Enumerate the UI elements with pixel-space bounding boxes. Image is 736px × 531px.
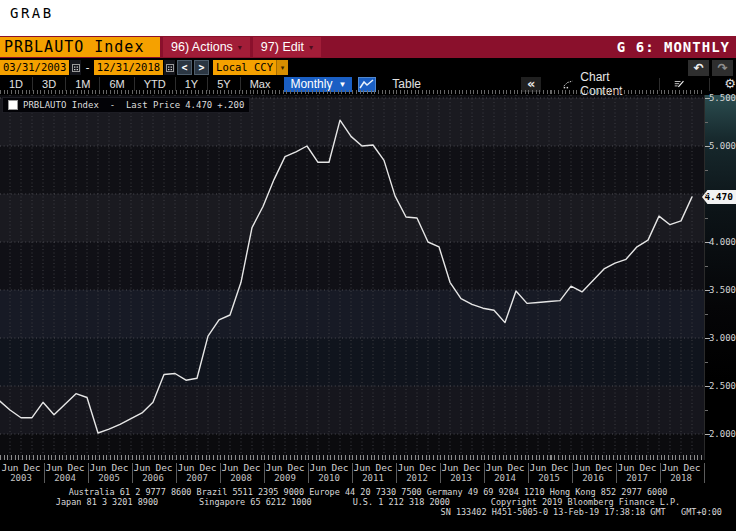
x-axis-year-label: 2004: [54, 473, 76, 483]
end-date-calendar-button[interactable]: [164, 60, 175, 75]
x-axis-year-separator: [660, 463, 661, 483]
chevron-down-icon: ▾: [238, 43, 242, 52]
frequency-value: Monthly: [290, 77, 332, 91]
annotate-note-icon[interactable]: [674, 78, 684, 90]
x-axis-month-label: Jun: [617, 462, 634, 473]
x-axis-year-separator: [352, 463, 353, 483]
calendar-icon: [72, 63, 80, 72]
undo-button[interactable]: ↶: [688, 60, 709, 76]
y-axis-label: 3.500: [709, 285, 736, 295]
legend-change: +.200: [217, 100, 244, 110]
x-axis-year-label: 2008: [230, 473, 252, 483]
x-axis-month-label: Jun: [661, 462, 678, 473]
chart-area: PRBLAUTO Index - Last Price 4.470 +.200 …: [0, 95, 736, 460]
range-back-button[interactable]: <: [177, 60, 192, 75]
range-forward-button[interactable]: >: [194, 60, 209, 75]
x-axis-year-label: 2012: [406, 473, 428, 483]
legend-last-price: 4.470: [185, 100, 212, 110]
x-axis-year-label: 2018: [670, 473, 692, 483]
end-date-input[interactable]: 12/31/2018: [94, 60, 163, 75]
x-axis-year-separator: [264, 463, 265, 483]
currency-select[interactable]: Local CCY: [213, 60, 276, 75]
function-page-title: G 6: MONTHLY: [617, 39, 730, 55]
period-tabs: 1D3D1M6MYTD1Y5YMax: [0, 77, 279, 91]
x-axis-month-label: Jun: [353, 462, 370, 473]
x-axis-year-separator: [176, 463, 177, 483]
x-axis-month-label: Jun: [309, 462, 326, 473]
x-axis-month-label: Jun: [485, 462, 502, 473]
x-axis-month-label: Dec: [683, 462, 700, 473]
y-axis-minor-tick: [705, 266, 708, 267]
x-axis-month-label: Dec: [23, 462, 40, 473]
x-axis-month-label: Jun: [221, 462, 238, 473]
x-axis-year-separator: [132, 463, 133, 483]
y-axis-minor-tick: [705, 218, 708, 219]
actions-label: 96) Actions: [171, 40, 233, 54]
chart-legend[interactable]: PRBLAUTO Index - Last Price 4.470 +.200: [2, 97, 250, 113]
security-ticker-input[interactable]: PRBLAUTO Index: [0, 37, 160, 57]
start-date-input[interactable]: 03/31/2003: [0, 60, 69, 75]
chart-content-icon[interactable]: [563, 78, 574, 90]
x-axis-year-separator: [88, 463, 89, 483]
title-bar: PRBLAUTO Index 96) Actions ▾ 97) Edit ▾ …: [0, 36, 736, 58]
y-axis-minor-tick: [705, 410, 708, 411]
period-tab-1y[interactable]: 1Y: [175, 77, 207, 91]
x-axis-month-label: Jun: [133, 462, 150, 473]
footer-copyright-line: Japan 81 3 3201 8900 Singapore 65 6212 1…: [0, 497, 736, 507]
x-axis-month-label: Dec: [67, 462, 84, 473]
x-axis-year-label: 2017: [626, 473, 648, 483]
period-tab-ytd[interactable]: YTD: [134, 77, 175, 91]
x-axis-month-label: Jun: [573, 462, 590, 473]
y-axis-label: 2.000: [709, 429, 736, 439]
y-axis: 4.470 5.5005.0004.0003.5003.0002.5002.00…: [704, 95, 736, 460]
currency-dropdown-button[interactable]: ▾: [276, 60, 288, 75]
period-tab-6m[interactable]: 6M: [99, 77, 133, 91]
y-axis-label: 4.000: [709, 237, 736, 247]
x-axis-month-label: Dec: [331, 462, 348, 473]
x-axis-month-label: Dec: [111, 462, 128, 473]
period-tab-3d[interactable]: 3D: [32, 77, 65, 91]
x-axis-month-label: Dec: [243, 462, 260, 473]
x-axis-month-label: Dec: [639, 462, 656, 473]
footer-contact-line: Australia 61 2 9777 8600 Brazil 5511 239…: [0, 487, 736, 497]
x-axis-year-label: 2014: [494, 473, 516, 483]
series-swatch: [8, 100, 18, 110]
x-axis-year-separator: [308, 463, 309, 483]
redo-button[interactable]: ↷: [712, 60, 733, 76]
x-axis-month-label: Jun: [397, 462, 414, 473]
x-axis-month-label: Jun: [441, 462, 458, 473]
redo-icon: ↷: [717, 61, 727, 75]
x-axis-month-label: Jun: [177, 462, 194, 473]
y-axis-label: 2.500: [709, 381, 736, 391]
period-tab-5y[interactable]: 5Y: [207, 77, 239, 91]
period-tab-max[interactable]: Max: [240, 77, 280, 91]
y-axis-tick: [705, 194, 710, 195]
x-axis-year-separator: [484, 463, 485, 483]
x-axis-year-separator: [704, 463, 705, 483]
x-axis-month-label: Dec: [551, 462, 568, 473]
period-tab-1m[interactable]: 1M: [65, 77, 99, 91]
y-axis-minor-tick: [705, 362, 708, 363]
table-button[interactable]: Table: [392, 77, 421, 91]
x-axis-month-label: Dec: [375, 462, 392, 473]
price-chart-plot[interactable]: [0, 95, 704, 460]
currency-value: Local CCY: [216, 60, 273, 75]
x-axis-month-label: Jun: [45, 462, 62, 473]
x-axis-month-label: Jun: [529, 462, 546, 473]
x-axis-year-separator: [528, 463, 529, 483]
chevron-down-icon: ▼: [338, 80, 346, 89]
calendar-icon: [166, 63, 174, 72]
x-axis: JunDec2003JunDec2004JunDec2005JunDec2006…: [0, 460, 736, 487]
y-axis-label: 5.000: [709, 141, 736, 151]
undo-icon: ↶: [693, 61, 703, 75]
start-date-calendar-button[interactable]: [70, 60, 81, 75]
footer-session-line: SN 133402 H451-5005-0 13-Feb-19 17:38:18…: [0, 507, 736, 517]
actions-menu-button[interactable]: 96) Actions ▾: [163, 37, 250, 57]
edit-menu-button[interactable]: 97) Edit ▾: [253, 37, 321, 57]
price-line-chart: [0, 95, 704, 460]
period-tab-1d[interactable]: 1D: [0, 77, 32, 91]
x-axis-year-label: 2003: [10, 473, 32, 483]
settings-gear-icon[interactable]: ⚙: [724, 77, 736, 91]
x-axis-year-label: 2006: [142, 473, 164, 483]
x-axis-year-separator: [220, 463, 221, 483]
